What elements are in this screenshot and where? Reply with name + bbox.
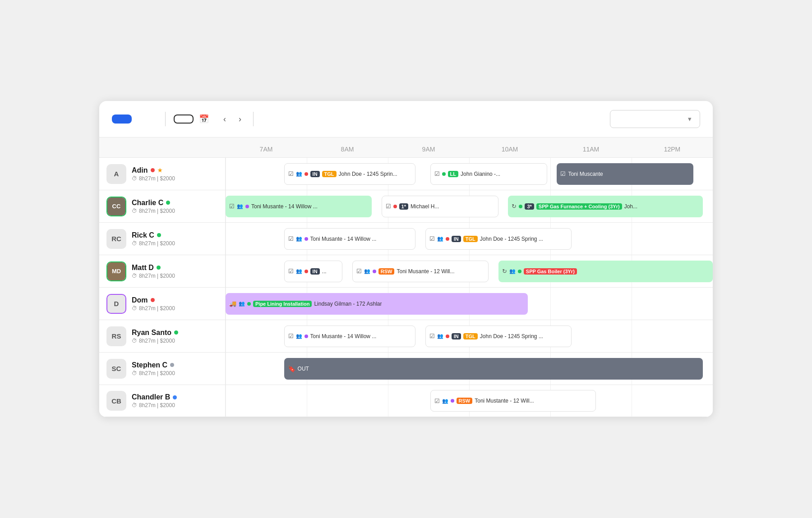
calendar-icon[interactable]: 📅 (199, 114, 209, 124)
event-text: John Doe - 1245 Spring ... (480, 333, 543, 339)
person-name: Chandler B (132, 393, 177, 401)
schedule-event[interactable]: ☑👥RSWToni Mustante - 12 Will... (430, 390, 596, 412)
today-button[interactable] (174, 115, 194, 124)
time-slot-header: 8AM (307, 146, 388, 153)
avatar: CB (106, 391, 126, 411)
clock-icon: ⏱ (132, 240, 137, 247)
schedule-event[interactable]: ☑👥INTGLJohn Doe - 1245 Spring ... (425, 325, 572, 347)
check-icon: ☑ (434, 398, 440, 404)
prev-date-button[interactable]: ‹ (220, 113, 230, 126)
clock-icon: ⏱ (132, 305, 137, 312)
status-dot (157, 233, 161, 237)
person-meta: ⏱ 8h27m | $2000 (132, 240, 175, 247)
schedule-event[interactable]: ☑👥INTGLJohn Doe - 1245 Sprin... (284, 163, 416, 185)
event-label: TGL (322, 171, 337, 177)
person-cell: A Adin ★ ⏱ 8h27m | $2000 (99, 158, 226, 190)
avatar: RC (106, 229, 126, 249)
check-icon: ☑ (288, 268, 294, 275)
person-cell: RS Ryan Santo ⏱ 8h27m | $2000 (99, 320, 226, 352)
check-icon: ☑ (434, 170, 440, 177)
chevron-down-icon: ▾ (688, 115, 692, 123)
schedule-event[interactable]: ☑👥IN... (284, 261, 343, 282)
timeline-area: ☑👥IN... ☑👥RSWToni Musante - 12 Will... ↻… (226, 255, 713, 287)
check-icon: ☑ (229, 203, 235, 210)
event-text: John Gianino -... (461, 171, 500, 177)
schedule-event[interactable]: ☑👥Toni Musante - 14 Willow ... (284, 228, 416, 250)
person-meta: ⏱ 8h27m | $2000 (132, 370, 175, 376)
schedule-event[interactable]: ↻3*SPP Gas Furnance + Cooling (3Yr)Joh..… (508, 196, 703, 217)
map-button[interactable] (137, 115, 157, 124)
group-icon: 👥 (442, 398, 448, 404)
next-date-button[interactable]: › (235, 113, 245, 126)
schedule-event[interactable]: ☑👥Toni Musante - 14 Willow ... (226, 196, 372, 217)
time-header: 7AM8AM9AM10AM11AM12PM (99, 138, 713, 157)
status-dot (442, 172, 446, 176)
event-text: Toni Muscante (568, 171, 603, 177)
avatar: D (106, 294, 126, 314)
truck-icon: 🚚 (229, 300, 236, 307)
event-text: John Doe - 1245 Sprin... (339, 171, 397, 177)
bookmark-icon: 🔖 (288, 365, 295, 372)
person-meta: ⏱ 8h27m | $2000 (132, 402, 177, 408)
person-meta: ⏱ 8h27m | $2000 (132, 273, 175, 279)
event-text: Toni Mustante - 12 Will... (475, 398, 534, 404)
status-dot (173, 395, 177, 399)
event-text: Joh... (624, 203, 637, 210)
check-icon: ☑ (429, 235, 435, 242)
status-dot (157, 266, 161, 270)
event-label: TGL (463, 236, 478, 242)
group-icon: 👥 (296, 268, 302, 274)
status-dot (174, 330, 178, 335)
event-label: RSW (378, 268, 395, 275)
events-container: ☑👥Toni Musante - 14 Willow ... ☑👥INTGLJo… (226, 226, 713, 252)
person-meta: ⏱ 8h27m | $2000 (132, 208, 175, 214)
person-info: Charlie C ⏱ 8h27m | $2000 (132, 199, 175, 214)
group-icon: 👥 (437, 236, 443, 242)
schedule-row: CB Chandler B ⏱ 8h27m | $2000 ☑👥RSWToni … (99, 385, 713, 417)
events-container: 🚚👥Pipe Lining InstallationLindsay Gilman… (226, 291, 713, 316)
check-icon: ☑ (288, 333, 294, 339)
group-icon: 👥 (296, 333, 302, 339)
spp-label: SPP Gas Furnance + Cooling (3Yr) (536, 203, 622, 210)
event-text: John Doe - 1245 Spring ... (480, 236, 543, 242)
schedule-event[interactable]: ☑1*Michael H... (382, 196, 498, 217)
daily-button[interactable] (112, 115, 132, 124)
avatar: RS (106, 326, 126, 346)
events-container: ☑👥RSWToni Mustante - 12 Will... (226, 388, 713, 413)
person-info: Stephen C ⏱ 8h27m | $2000 (132, 361, 175, 376)
timeline-area: 🔖OUT (226, 353, 713, 385)
clock-icon: ⏱ (132, 175, 137, 182)
schedule-event[interactable]: ☑Toni Muscante (557, 163, 693, 185)
status-dot (151, 168, 155, 172)
schedule-row: A Adin ★ ⏱ 8h27m | $2000 ☑👥INTGLJohn Doe… (99, 157, 713, 190)
event-label: RSW (457, 398, 473, 404)
star-icon: ★ (157, 167, 162, 174)
pipe-label: Pipe Lining Installation (253, 301, 312, 307)
person-cell: MD Matt D ⏱ 8h27m | $2000 (99, 255, 226, 287)
business-units-dropdown[interactable]: ▾ (610, 110, 700, 128)
status-dot (373, 270, 376, 273)
group-icon: 👥 (437, 333, 443, 339)
time-slot-header: 10AM (469, 146, 550, 153)
schedule-event[interactable]: ☑LLJohn Gianino -... (430, 163, 547, 185)
event-text: Toni Musante - 14 Willow ... (310, 236, 377, 242)
toolbar-divider (165, 112, 166, 126)
schedule-event[interactable]: ↻👥SPP Gas Boiler (3Yr) (498, 261, 713, 282)
status-dot (304, 270, 308, 273)
events-container: 🔖OUT (226, 356, 713, 381)
schedule-event[interactable]: ☑👥RSWToni Musante - 12 Will... (352, 261, 489, 282)
status-dot (304, 237, 308, 241)
status-dot (166, 201, 170, 205)
schedule-row: MD Matt D ⏱ 8h27m | $2000 ☑👥IN... ☑👥 (99, 255, 713, 287)
person-name: Dom (132, 296, 175, 304)
timeline-area: 🚚👥Pipe Lining InstallationLindsay Gilman… (226, 288, 713, 320)
schedule-event[interactable]: ☑👥Toni Musante - 14 Willow ... (284, 325, 416, 347)
group-icon: 👥 (364, 268, 370, 274)
schedule-area: 7AM8AM9AM10AM11AM12PM A Adin ★ ⏱ 8h27m |… (99, 138, 713, 417)
status-dot (247, 302, 251, 306)
person-info: Rick C ⏱ 8h27m | $2000 (132, 231, 175, 247)
time-slot-header: 7AM (226, 146, 307, 153)
schedule-event[interactable]: 🚚👥Pipe Lining InstallationLindsay Gilman… (226, 293, 528, 315)
schedule-event[interactable]: 🔖OUT (284, 358, 703, 380)
schedule-event[interactable]: ☑👥INTGLJohn Doe - 1245 Spring ... (425, 228, 572, 250)
